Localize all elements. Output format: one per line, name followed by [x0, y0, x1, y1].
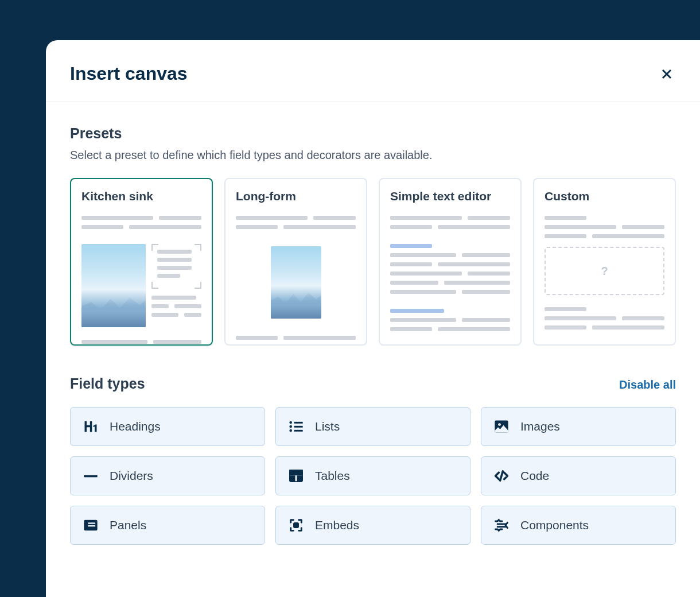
field-types-grid: Headings Lists Images Dividers [70, 407, 676, 545]
svg-rect-11 [290, 471, 302, 475]
modal-body: Presets Select a preset to define which … [46, 102, 700, 568]
field-type-code[interactable]: Code [481, 456, 676, 495]
code-icon [493, 467, 510, 484]
preset-preview: ? [545, 216, 664, 329]
field-type-label: Images [520, 420, 560, 433]
svg-rect-13 [88, 522, 95, 524]
preset-custom[interactable]: Custom ? [533, 178, 676, 346]
image-icon [493, 418, 510, 435]
field-type-components[interactable]: Components [481, 506, 676, 545]
panel-icon [82, 517, 99, 534]
field-type-headings[interactable]: Headings [70, 407, 265, 446]
preset-long-form[interactable]: Long-form [224, 178, 367, 346]
close-button[interactable] [658, 65, 676, 83]
presets-description: Select a preset to define which field ty… [70, 149, 676, 162]
preset-kitchen-sink[interactable]: Kitchen sink [70, 178, 213, 346]
preset-preview [81, 216, 201, 344]
list-icon [287, 418, 305, 435]
svg-rect-18 [497, 526, 506, 528]
preset-simple-text[interactable]: Simple text editor [379, 178, 522, 346]
svg-rect-3 [294, 422, 303, 424]
field-type-label: Dividers [110, 469, 153, 483]
field-type-dividers[interactable]: Dividers [70, 456, 265, 495]
field-type-label: Tables [315, 469, 350, 483]
svg-rect-4 [294, 426, 303, 428]
field-type-embeds[interactable]: Embeds [275, 506, 470, 545]
svg-rect-17 [497, 524, 506, 525]
insert-canvas-modal: Insert canvas Presets Select a preset to… [46, 40, 700, 597]
close-icon [659, 66, 675, 82]
preset-preview [236, 216, 356, 346]
disable-all-button[interactable]: Disable all [619, 378, 676, 391]
field-type-images[interactable]: Images [481, 407, 676, 446]
field-type-label: Code [520, 469, 549, 483]
preset-preview [390, 216, 510, 331]
presets-title: Presets [70, 125, 676, 142]
field-type-tables[interactable]: Tables [275, 456, 470, 495]
component-icon [493, 517, 510, 534]
divider-icon [82, 467, 99, 484]
field-types-title: Field types [70, 375, 145, 392]
custom-placeholder: ? [545, 247, 664, 295]
svg-point-1 [289, 425, 292, 428]
table-icon [287, 467, 305, 484]
field-type-label: Embeds [315, 518, 359, 532]
embed-icon [287, 517, 305, 534]
field-types-header: Field types Disable all [70, 375, 676, 392]
modal-header: Insert canvas [46, 40, 700, 102]
field-type-label: Components [520, 518, 589, 532]
preset-label: Simple text editor [390, 189, 510, 203]
preset-label: Kitchen sink [81, 189, 201, 203]
preset-label: Custom [545, 189, 664, 203]
field-type-panels[interactable]: Panels [70, 506, 265, 545]
heading-icon [82, 418, 99, 435]
svg-point-2 [289, 429, 292, 432]
svg-rect-5 [294, 430, 303, 432]
field-type-label: Panels [110, 518, 146, 532]
svg-rect-16 [294, 524, 298, 528]
preset-label: Long-form [236, 189, 356, 203]
modal-title: Insert canvas [70, 63, 188, 84]
svg-point-7 [498, 423, 501, 426]
field-type-label: Lists [315, 420, 340, 433]
svg-rect-14 [88, 525, 95, 526]
field-type-lists[interactable]: Lists [275, 407, 470, 446]
svg-rect-8 [84, 475, 97, 478]
svg-point-0 [289, 421, 292, 424]
presets-grid: Kitchen sink [70, 178, 676, 346]
field-type-label: Headings [110, 420, 161, 433]
